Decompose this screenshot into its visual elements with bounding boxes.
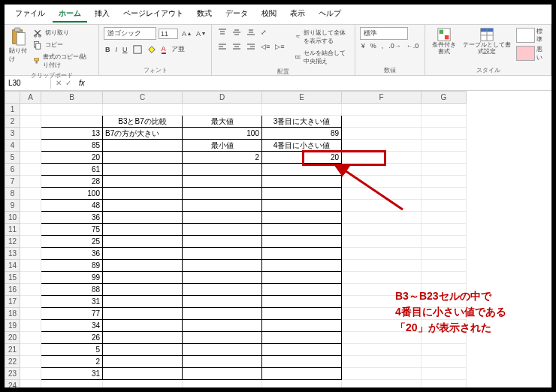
cell-style-bad[interactable] bbox=[516, 46, 535, 61]
row-header[interactable]: 18 bbox=[5, 308, 20, 320]
row-header[interactable]: 7 bbox=[5, 176, 20, 188]
cell[interactable]: 34 bbox=[41, 320, 103, 332]
increase-font-button[interactable]: A▴ bbox=[180, 29, 192, 38]
row-header[interactable]: 2 bbox=[5, 116, 20, 128]
cell[interactable]: 2 bbox=[183, 152, 262, 164]
cell[interactable]: 89 bbox=[262, 128, 342, 140]
align-center-button[interactable] bbox=[231, 41, 243, 52]
cell[interactable]: 36 bbox=[41, 248, 103, 260]
cell[interactable]: 13 bbox=[41, 128, 103, 140]
copy-button[interactable]: コピー bbox=[32, 39, 94, 50]
cell[interactable]: 4番目に小さい値 bbox=[262, 140, 342, 152]
col-header-g[interactable]: G bbox=[422, 92, 467, 104]
enter-formula-icon[interactable]: ✓ bbox=[65, 79, 71, 87]
col-header-f[interactable]: F bbox=[342, 92, 422, 104]
decrease-indent-button[interactable]: ◁≡ bbox=[259, 42, 271, 51]
percent-button[interactable]: % bbox=[369, 41, 378, 50]
font-size-select[interactable]: 11 bbox=[159, 29, 178, 39]
cell[interactable]: 100 bbox=[41, 188, 103, 200]
cell-style-normal[interactable] bbox=[516, 28, 535, 43]
cell[interactable]: 48 bbox=[41, 200, 103, 212]
select-all[interactable] bbox=[5, 92, 20, 104]
row-header[interactable]: 3 bbox=[5, 128, 20, 140]
row-header[interactable]: 16 bbox=[5, 284, 20, 296]
cell[interactable]: 28 bbox=[41, 176, 103, 188]
cancel-formula-icon[interactable]: ✕ bbox=[56, 79, 62, 87]
wrap-text-button[interactable]: 折り返して全体を表示する bbox=[294, 27, 350, 47]
cell[interactable]: B3とB7の比較 bbox=[103, 116, 183, 128]
align-right-button[interactable] bbox=[245, 41, 257, 52]
cell[interactable]: 77 bbox=[41, 308, 103, 320]
merge-center-button[interactable]: セルを結合して中央揃え bbox=[294, 47, 350, 67]
font-family-select[interactable]: 游ゴシック bbox=[104, 27, 156, 40]
cell[interactable]: 85 bbox=[41, 140, 103, 152]
row-header[interactable]: 13 bbox=[5, 248, 20, 260]
conditional-format-button[interactable]: 条件付き書式 bbox=[430, 27, 458, 56]
format-painter-button[interactable]: 書式のコピー/貼り付け bbox=[32, 51, 94, 71]
col-header-e[interactable]: E bbox=[262, 92, 342, 104]
align-bottom-button[interactable] bbox=[245, 27, 257, 38]
number-format-select[interactable]: 標準 bbox=[360, 27, 408, 40]
menu-data[interactable]: データ bbox=[219, 6, 254, 23]
cell[interactable]: 5 bbox=[41, 344, 103, 356]
decrease-decimal-button[interactable]: ←.0 bbox=[405, 41, 421, 50]
row-header[interactable]: 23 bbox=[5, 368, 20, 380]
row-header[interactable]: 17 bbox=[5, 296, 20, 308]
cut-button[interactable]: 切り取り bbox=[32, 27, 94, 38]
row-header[interactable]: 21 bbox=[5, 344, 20, 356]
row-header[interactable]: 20 bbox=[5, 332, 20, 344]
align-middle-button[interactable] bbox=[231, 27, 243, 38]
phonetic-button[interactable]: ア亜 bbox=[170, 44, 186, 55]
border-button[interactable] bbox=[131, 44, 144, 55]
decrease-font-button[interactable]: A▾ bbox=[195, 29, 207, 38]
menu-help[interactable]: ヘルプ bbox=[313, 6, 347, 23]
menu-insert[interactable]: 挿入 bbox=[89, 6, 116, 23]
bold-button[interactable]: B bbox=[104, 45, 112, 54]
row-header[interactable]: 14 bbox=[5, 260, 20, 272]
cell[interactable]: 25 bbox=[41, 236, 103, 248]
cell[interactable]: 20 bbox=[41, 152, 103, 164]
align-left-button[interactable] bbox=[216, 41, 228, 52]
underline-button[interactable]: U bbox=[121, 45, 129, 54]
cell[interactable]: 20 bbox=[262, 152, 342, 164]
menu-home[interactable]: ホーム bbox=[53, 6, 87, 23]
cell[interactable]: 88 bbox=[41, 284, 103, 296]
cell[interactable]: B7の方が大きい bbox=[103, 128, 183, 140]
paste-button[interactable]: 貼り付け bbox=[9, 27, 29, 63]
currency-button[interactable]: ¥ bbox=[360, 41, 367, 50]
cell[interactable]: 99 bbox=[41, 272, 103, 284]
italic-button[interactable]: I bbox=[114, 45, 119, 54]
cell[interactable]: 26 bbox=[41, 332, 103, 344]
cell[interactable]: 31 bbox=[41, 368, 103, 380]
row-header[interactable]: 5 bbox=[5, 152, 20, 164]
cell[interactable]: 89 bbox=[41, 260, 103, 272]
orientation-button[interactable]: ⤢ bbox=[259, 28, 268, 37]
cell[interactable]: 75 bbox=[41, 224, 103, 236]
name-box[interactable]: L30 bbox=[5, 77, 51, 89]
fx-icon[interactable]: fx bbox=[76, 79, 88, 87]
menu-layout[interactable]: ページレイアウト bbox=[117, 6, 189, 23]
row-header[interactable]: 9 bbox=[5, 200, 20, 212]
menu-review[interactable]: 校閲 bbox=[255, 6, 283, 23]
comma-button[interactable]: , bbox=[380, 41, 385, 50]
row-header[interactable]: 15 bbox=[5, 272, 20, 284]
format-as-table-button[interactable]: テーブルとして書式設定 bbox=[461, 27, 513, 56]
row-header[interactable]: 24 bbox=[5, 380, 20, 388]
menu-view[interactable]: 表示 bbox=[284, 6, 311, 23]
col-header-b[interactable]: B bbox=[41, 92, 103, 104]
col-header-c[interactable]: C bbox=[103, 92, 183, 104]
col-header-d[interactable]: D bbox=[183, 92, 262, 104]
align-top-button[interactable] bbox=[216, 27, 228, 38]
cell[interactable]: 100 bbox=[183, 128, 262, 140]
row-header[interactable]: 12 bbox=[5, 236, 20, 248]
row-header[interactable]: 19 bbox=[5, 320, 20, 332]
cell[interactable]: 61 bbox=[41, 164, 103, 176]
row-header[interactable]: 11 bbox=[5, 224, 20, 236]
cell[interactable]: 31 bbox=[41, 296, 103, 308]
row-header[interactable]: 22 bbox=[5, 356, 20, 368]
menu-file[interactable]: ファイル bbox=[9, 6, 51, 23]
menu-formula[interactable]: 数式 bbox=[191, 6, 218, 23]
cell[interactable]: 最大値 bbox=[183, 116, 262, 128]
fill-color-button[interactable] bbox=[146, 44, 158, 55]
row-header[interactable]: 10 bbox=[5, 212, 20, 224]
